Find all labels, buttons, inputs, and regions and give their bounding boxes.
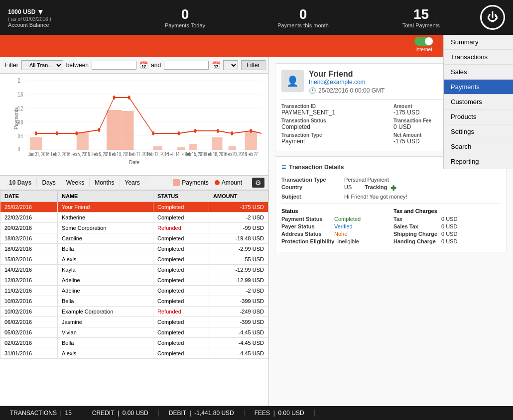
time-tab-months[interactable]: Months	[90, 178, 120, 187]
cell-amount: -55 USD	[209, 254, 268, 265]
cell-amount: -2 USD	[209, 286, 268, 296]
table-row[interactable]: 20/02/2016Some CorporationRefunded-99 US…	[0, 223, 268, 233]
tax-label: Tax	[393, 216, 438, 222]
legend-amount: Amount	[215, 179, 242, 186]
filter-date-to[interactable]	[164, 61, 209, 70]
transaction-id-label: Transaction ID	[281, 104, 388, 109]
sidebar-item-payments[interactable]: Payments	[444, 80, 513, 95]
table-row[interactable]: 14/02/2016KaylaCompleted-12.99 USD	[0, 265, 268, 275]
table-row[interactable]: 18/02/2016BellaCompleted-2.99 USD	[0, 244, 268, 254]
table-row[interactable]: 25/02/2016Your FriendCompleted-175 USD	[0, 202, 268, 212]
transactions-table-container: DATE NAME STATUS AMOUNT 25/02/2016Your F…	[0, 190, 268, 406]
legend-payments: Payments	[173, 179, 208, 186]
table-row[interactable]: 10/02/2016Example CorporationRefunded-24…	[0, 307, 268, 317]
between-label: between	[66, 62, 89, 69]
cell-amount: -12.99 USD	[209, 275, 268, 286]
table-row[interactable]: 06/02/2016JasmineCompleted-399 USD	[0, 317, 268, 327]
time-tab-years[interactable]: Years	[120, 178, 145, 187]
status-section-header: Status	[281, 208, 388, 214]
legend-amount-label: Amount	[222, 179, 242, 186]
svg-rect-12	[30, 137, 42, 150]
sales-tax-value: 0 USD	[441, 223, 457, 229]
cell-date: 05/02/2016	[0, 327, 58, 338]
table-row[interactable]: 18/02/2016CarolineCompleted-19.48 USD	[0, 233, 268, 244]
table-row[interactable]: 31/01/2016AlexisCompleted-4.45 USD	[0, 348, 268, 359]
cell-amount: -249 USD	[209, 307, 268, 317]
and-label: and	[151, 62, 161, 69]
sidebar-item-customers[interactable]: Customers	[444, 95, 513, 109]
type-value: Payment	[281, 138, 388, 145]
detail-subject-label: Subject	[281, 194, 341, 200]
handling-value: 0 USD	[441, 238, 457, 244]
cell-name: Adeline	[58, 275, 153, 286]
internet-switch[interactable]	[414, 37, 433, 46]
cell-status: Completed	[153, 327, 209, 338]
balance-dropdown-icon[interactable]: ▾	[38, 7, 42, 16]
table-row[interactable]: 22/02/2016KatherineCompleted-2 USD	[0, 212, 268, 223]
sidebar-item-search[interactable]: Search	[444, 139, 513, 154]
svg-text:1.6: 1.6	[18, 91, 23, 98]
legend-amount-icon	[215, 180, 220, 185]
sidebar-item-summary[interactable]: Summary	[444, 35, 513, 50]
svg-rect-17	[177, 147, 185, 150]
filter-date-from[interactable]	[92, 61, 136, 70]
status-section: Status Payment Status Completed Payer St…	[281, 208, 388, 246]
cell-name: Caroline	[58, 233, 153, 244]
detail-type-label: Transaction Type	[281, 177, 341, 183]
payment-status-row: Payment Status Completed	[281, 216, 388, 222]
svg-point-27	[128, 96, 130, 100]
filter-type-select[interactable]: --All Tran...	[21, 60, 63, 70]
table-row[interactable]: 15/02/2016AlexisCompleted-55 USD	[0, 254, 268, 265]
time-tab-days[interactable]: Days	[37, 178, 61, 187]
cell-amount: -2 USD	[209, 212, 268, 223]
basic-details: Transaction Type Personal Payment Countr…	[281, 177, 501, 200]
svg-point-31	[217, 129, 219, 133]
sidebar-menu: SummaryTransactionsSalesPaymentsCustomer…	[443, 35, 513, 169]
sidebar-item-products[interactable]: Products	[444, 109, 513, 124]
sidebar-item-transactions[interactable]: Transactions	[444, 50, 513, 65]
left-panel: Filter --All Tran... between 📅 and 📅 Fil…	[0, 57, 269, 420]
sidebar-item-reporting[interactable]: Reporting	[444, 154, 513, 169]
filter-status-select[interactable]	[223, 60, 238, 70]
chart-settings-button[interactable]: ⚙	[252, 178, 264, 188]
table-row[interactable]: 02/02/2016BellaCompleted-4.45 USD	[0, 338, 268, 348]
internet-toggle[interactable]: Internet	[414, 37, 433, 52]
time-tab-10-days[interactable]: 10 Days	[4, 178, 37, 187]
contact-email[interactable]: friend@example.com	[309, 79, 385, 86]
chart-svg: 2 1.6 1.2 0.8 0.4 0	[18, 78, 264, 157]
filter-label: Filter	[5, 62, 18, 69]
address-status-value: None	[334, 231, 347, 237]
power-icon: ⏻	[487, 11, 498, 24]
svg-text:Feb 6, 2016: Feb 6, 2016	[92, 151, 111, 157]
cell-status: Completed	[153, 348, 209, 359]
table-row[interactable]: 10/02/2016BellaCompleted-399 USD	[0, 296, 268, 307]
header: 1000 USD ▾ ( as of 01/03/2016 ) Account …	[0, 0, 513, 35]
cell-name: Alexis	[58, 348, 153, 359]
svg-text:2: 2	[18, 78, 20, 84]
table-row[interactable]: 11/02/2016AdelineCompleted-2 USD	[0, 286, 268, 296]
transaction-details-card: ≡ Transaction Details Transaction Type P…	[275, 156, 507, 252]
svg-text:Feb 10, 2016: Feb 10, 2016	[110, 151, 131, 157]
power-button[interactable]: ⏻	[480, 5, 505, 30]
fees-label: FEES	[255, 410, 270, 417]
filter-button[interactable]: Filter	[241, 60, 265, 70]
tax-value: 0 USD	[441, 216, 457, 222]
cell-status: Completed	[153, 265, 209, 275]
cell-date: 18/02/2016	[0, 244, 58, 254]
tracking-add-button[interactable]: ✚	[390, 184, 396, 192]
calendar-from-button[interactable]: 📅	[139, 61, 148, 69]
contact-date: 🕐 25/02/2016 0:00:00 GMT	[309, 87, 385, 94]
calendar-to-button[interactable]: 📅	[212, 61, 220, 69]
table-row[interactable]: 05/02/2016VivianCompleted-4.45 USD	[0, 327, 268, 338]
sidebar-item-settings[interactable]: Settings	[444, 124, 513, 139]
sidebar-item-sales[interactable]: Sales	[444, 65, 513, 80]
time-tab-weeks[interactable]: Weeks	[61, 178, 90, 187]
status-row: Transaction Status Completed	[281, 118, 388, 130]
svg-text:Feb 18, 2016: Feb 18, 2016	[206, 151, 227, 157]
sales-tax-label: Sales Tax	[393, 223, 438, 229]
protection-label: Protection Eligibility	[281, 238, 334, 244]
table-row[interactable]: 12/02/2016AdelineCompleted-12.99 USD	[0, 275, 268, 286]
shipping-label: Shipping Charge	[393, 231, 438, 237]
status-value: Completed	[281, 123, 388, 130]
cell-status: Completed	[153, 233, 209, 244]
